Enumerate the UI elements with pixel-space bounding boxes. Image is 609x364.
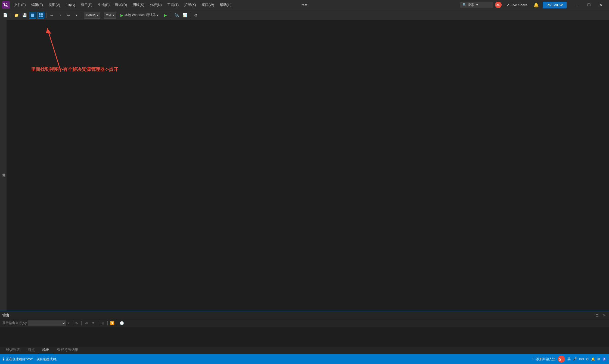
toolbar-extra-1[interactable]: ⚙: [192, 12, 199, 19]
run-button[interactable]: ▶ 本地 Windows 调试器 ▾: [118, 12, 161, 18]
menu-build[interactable]: 生成(B): [95, 1, 112, 8]
sogou-logo: S: [558, 355, 565, 363]
toolbar-open[interactable]: 📁: [13, 12, 20, 19]
annotation-text: 里面找到视图->有个解决资源管理器->点开: [31, 66, 118, 73]
upload-icon: ↑: [532, 357, 534, 361]
out-btn-3[interactable]: ≡: [90, 320, 96, 326]
panel-tabs: 错误列表 断点 输出 查找符号结果: [0, 347, 609, 354]
svg-text:S: S: [6, 4, 8, 8]
menu-bar: 文件(F) 编辑(E) 视图(V) Git(G) 项目(P) 生成(B) 调试(…: [11, 1, 460, 8]
debug-config-arrow: ▾: [97, 13, 98, 17]
toolbar-undo[interactable]: ↩: [48, 12, 55, 19]
menu-edit[interactable]: 编辑(E): [29, 1, 46, 8]
out-btn-filter[interactable]: 🔽: [109, 320, 115, 326]
notification-icon-2: 🔔: [591, 357, 595, 361]
menu-git[interactable]: Git(G): [63, 2, 78, 8]
menu-test[interactable]: 测试(S): [130, 1, 147, 8]
toolbar-run-without-debug[interactable]: ▶: [162, 12, 169, 19]
maximize-button[interactable]: ☐: [583, 0, 595, 10]
toolbar-solution-explorer-2[interactable]: [37, 12, 44, 19]
output-header-right: ⊡ ✕: [594, 313, 607, 318]
status-icon: ℹ: [3, 357, 4, 361]
output-title: 输出: [2, 313, 9, 318]
toolbar-sep-4: [102, 12, 102, 18]
keyboard-icon: ⌨: [579, 357, 584, 361]
window-title: test: [302, 3, 307, 7]
tab-error-list[interactable]: 错误列表: [2, 346, 24, 354]
tab-find-symbol[interactable]: 查找符号结果: [53, 346, 82, 354]
run-area: ▶ 本地 Windows 调试器 ▾ ▶ 📎 📊 ⚙: [118, 12, 199, 19]
title-bar: V S 文件(F) 编辑(E) 视图(V) Git(G) 项目(P) 生成(B)…: [0, 0, 609, 10]
toolbar-sep-3: [82, 12, 82, 18]
output-header: 输出 ⊡ ✕: [0, 311, 609, 319]
status-right: ↑ 添加到输入法 S 英 🎤 ⌨ ⚙ 🔔 ⊞ ♿: [532, 355, 606, 363]
language-label[interactable]: 英: [567, 357, 571, 362]
menu-help[interactable]: 帮助(H): [217, 1, 234, 8]
out-sep-2: [81, 321, 82, 325]
run-label: 本地 Windows 调试器: [125, 13, 156, 17]
toolbar-new-project[interactable]: 📄: [2, 12, 9, 19]
out-btn-clock[interactable]: 🕐: [119, 320, 125, 326]
debug-config-dropdown[interactable]: Debug ▾: [84, 12, 100, 19]
output-undock[interactable]: ⊡: [594, 313, 600, 318]
menu-file[interactable]: 文件(F): [11, 1, 29, 8]
toolbar-undo-arrow[interactable]: ▾: [57, 12, 64, 19]
solution-explorer-icon: [30, 13, 35, 17]
menu-view[interactable]: 视图(V): [46, 1, 63, 8]
activity-explorer[interactable]: 文件资源管理器: [1, 169, 7, 173]
toolbar-redo[interactable]: ↪: [65, 12, 72, 19]
svg-rect-6: [39, 13, 41, 15]
preview-button[interactable]: PREVIEW: [543, 2, 567, 8]
out-btn-4[interactable]: ⊞: [100, 320, 106, 326]
search-label: 搜索: [468, 3, 474, 7]
notification-button[interactable]: 🔔: [532, 2, 540, 8]
toolbar-sep-2: [46, 12, 46, 18]
menu-window[interactable]: 窗口(W): [199, 1, 217, 8]
activity-bar: 文件资源管理器 搜索 调试器: [0, 20, 7, 321]
vs-logo: V S: [2, 1, 10, 9]
status-bar: ℹ 正在创建项目"test"... 项目创建成功。 ↑ 添加到输入法 S 英 🎤…: [0, 354, 609, 364]
debug-config-label: Debug: [86, 13, 95, 17]
toolbar-save[interactable]: 💾: [21, 12, 28, 19]
menu-tools[interactable]: 工具(T): [164, 1, 182, 8]
minimize-button[interactable]: ─: [571, 0, 583, 10]
close-button[interactable]: ✕: [595, 0, 607, 10]
out-sep-3: [98, 321, 98, 325]
title-bar-right: 🔍 搜索 ▾ XS ↗ Live Share 🔔 PREVIEW ─ ☐ ✕: [460, 0, 607, 10]
out-btn-2[interactable]: ⊲: [83, 320, 89, 326]
svg-rect-9: [41, 15, 43, 17]
accessibility-icon: ♿: [602, 357, 606, 361]
toolbar-sep-5: [171, 12, 171, 18]
svg-rect-4: [31, 15, 34, 16]
platform-label: x64: [106, 13, 111, 17]
tab-output[interactable]: 输出: [39, 346, 53, 354]
menu-debug[interactable]: 调试(D): [112, 1, 130, 8]
tab-breakpoints[interactable]: 断点: [24, 346, 39, 354]
activity-search[interactable]: 搜索: [0, 169, 1, 173]
search-box[interactable]: 🔍 搜索 ▾: [460, 2, 493, 8]
status-left: ℹ 正在创建项目"test"... 项目创建成功。: [3, 357, 59, 362]
menu-project[interactable]: 项目(P): [78, 1, 95, 8]
svg-rect-3: [31, 14, 34, 15]
toolbar-solution-explorer[interactable]: [29, 12, 36, 19]
user-avatar[interactable]: XS: [495, 2, 502, 8]
toolbar-performance[interactable]: 📊: [181, 12, 188, 19]
source-select[interactable]: [28, 321, 66, 326]
play-icon: ▶: [120, 13, 123, 17]
out-btn-1[interactable]: ⊳: [74, 320, 80, 326]
grid-icon: ⊞: [597, 357, 600, 361]
solution-explorer-icon-2: [39, 13, 43, 17]
live-share-label: Live Share: [511, 3, 527, 7]
out-sep-1: [72, 321, 72, 325]
svg-rect-7: [41, 13, 43, 15]
live-share-icon: ↗: [506, 2, 509, 8]
output-close[interactable]: ✕: [601, 313, 607, 318]
svg-marker-11: [46, 28, 51, 34]
menu-analyze[interactable]: 分析(N): [147, 1, 164, 8]
menu-extensions[interactable]: 扩展(X): [181, 1, 198, 8]
toolbar-attach[interactable]: 📎: [173, 12, 180, 19]
out-sep-4: [107, 321, 108, 325]
platform-dropdown[interactable]: x64 ▾: [104, 12, 116, 19]
toolbar-redo-arrow[interactable]: ▾: [73, 12, 80, 19]
live-share-button[interactable]: ↗ Live Share: [504, 1, 530, 9]
